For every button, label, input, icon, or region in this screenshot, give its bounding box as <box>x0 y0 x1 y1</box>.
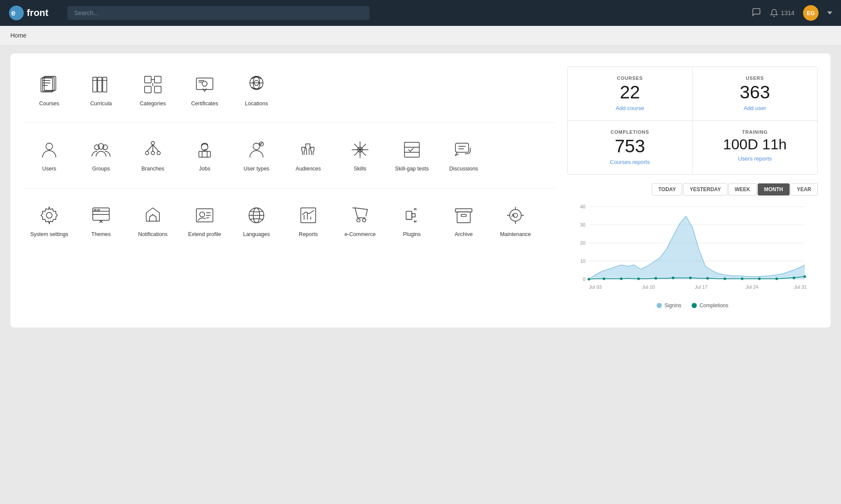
menu-item-notifications[interactable]: Notifications <box>127 197 179 245</box>
reports-label: Reports <box>299 231 318 238</box>
menu-item-system-settings[interactable]: System settings <box>23 197 75 245</box>
time-tabs: TODAY YESTERDAY WEEK MONTH YEAR <box>567 183 818 195</box>
extend-profile-label: Extend profile <box>188 231 221 238</box>
svg-point-35 <box>151 151 155 155</box>
menu-item-courses[interactable]: Courses <box>23 66 75 114</box>
svg-rect-11 <box>145 76 151 83</box>
stats-section: COURSES 22 Add course USERS 363 Add user… <box>567 66 818 315</box>
maintenance-icon: A <box>504 204 527 227</box>
tab-week[interactable]: WEEK <box>728 183 757 195</box>
breadcrumb: Home <box>0 26 841 45</box>
menu-item-groups[interactable]: Groups <box>75 132 127 179</box>
svg-text:Jul 17: Jul 17 <box>695 284 707 290</box>
menu-item-branches[interactable]: Branches <box>127 132 179 179</box>
menu-item-audiences[interactable]: Audiences <box>282 132 334 179</box>
svg-point-75 <box>357 218 360 222</box>
archive-label: Archive <box>455 231 473 238</box>
menu-item-categories[interactable]: Categories <box>127 66 179 114</box>
menu-item-reports[interactable]: Reports <box>282 197 334 245</box>
svg-text:Jul 31: Jul 31 <box>794 284 806 290</box>
svg-point-105 <box>741 277 743 280</box>
system-settings-icon <box>38 204 60 227</box>
menu-item-discussions[interactable]: Discussions <box>438 132 490 179</box>
courses-icon <box>38 73 60 96</box>
add-course-link[interactable]: Add course <box>616 105 644 111</box>
menu-item-users[interactable]: Users <box>23 132 75 179</box>
menu-item-skills[interactable]: Skills <box>334 132 386 179</box>
courses-stat-label: COURSES <box>578 76 682 81</box>
svg-point-40 <box>253 143 259 150</box>
menu-group-2: Users Groups <box>23 132 554 188</box>
skill-gap-tests-label: Skill-gap tests <box>395 165 429 172</box>
svg-rect-58 <box>98 209 99 211</box>
svg-rect-77 <box>406 211 412 219</box>
menu-item-jobs[interactable]: Jobs <box>179 132 231 179</box>
menu-item-archive[interactable]: Archive <box>438 197 490 245</box>
users-reports-link[interactable]: Users reports <box>738 155 771 162</box>
svg-point-106 <box>758 277 761 280</box>
menu-item-skill-gap-tests[interactable]: Skill-gap tests <box>386 132 438 179</box>
menu-item-languages[interactable]: Languages <box>231 197 282 245</box>
menu-item-extend-profile[interactable]: Extend profile <box>179 197 231 245</box>
svg-text:20: 20 <box>580 240 585 246</box>
themes-icon <box>90 204 112 227</box>
stats-grid: COURSES 22 Add course USERS 363 Add user… <box>567 66 818 175</box>
training-stat-label: TRAINING <box>703 129 807 135</box>
svg-point-108 <box>793 277 795 279</box>
menu-item-maintenance[interactable]: A Maintenance <box>490 197 541 245</box>
plugins-icon <box>401 204 423 227</box>
svg-text:40: 40 <box>580 204 585 209</box>
svg-rect-50 <box>455 143 469 152</box>
svg-point-107 <box>775 277 778 280</box>
courses-reports-link[interactable]: Courses reports <box>610 159 650 165</box>
search-input[interactable] <box>67 6 370 20</box>
svg-rect-5 <box>93 77 97 92</box>
main-content: Courses Curricula <box>0 45 841 336</box>
user-avatar[interactable]: EG <box>803 5 819 21</box>
svg-line-32 <box>147 145 153 151</box>
svg-text:Jul 24: Jul 24 <box>746 284 758 290</box>
curricula-label: Curricula <box>90 100 112 107</box>
signins-legend-label: Signins <box>664 302 681 309</box>
chart-container: 40 30 20 10 0 <box>567 202 818 315</box>
tab-year[interactable]: YEAR <box>790 183 818 195</box>
svg-point-99 <box>637 277 640 280</box>
stat-courses: COURSES 22 Add course <box>568 67 692 121</box>
search-container <box>67 6 370 20</box>
svg-text:10: 10 <box>580 258 585 264</box>
svg-rect-69 <box>301 208 316 223</box>
svg-rect-82 <box>461 214 466 217</box>
svg-rect-13 <box>145 86 151 93</box>
svg-rect-7 <box>103 77 107 92</box>
menu-group-1: Courses Curricula <box>23 66 554 123</box>
locations-label: Locations <box>245 100 268 107</box>
svg-point-76 <box>363 218 366 222</box>
plugins-label: Plugins <box>403 231 421 238</box>
svg-point-109 <box>803 275 806 278</box>
menu-item-user-types[interactable]: User types <box>231 132 282 179</box>
menu-item-certificates[interactable]: Certificates <box>179 66 231 114</box>
menu-item-plugins[interactable]: Plugins <box>386 197 438 245</box>
svg-rect-12 <box>155 76 161 83</box>
brand-logo[interactable]: e front <box>9 5 60 21</box>
tab-yesterday[interactable]: YESTERDAY <box>683 183 727 195</box>
svg-text:0: 0 <box>583 277 585 282</box>
menu-item-locations[interactable]: Locations <box>231 66 282 114</box>
courses-stat-value: 22 <box>578 82 682 102</box>
chat-icon-button[interactable] <box>752 7 761 19</box>
svg-point-104 <box>724 277 726 280</box>
tab-today[interactable]: TODAY <box>652 183 683 195</box>
brand-name: front <box>27 7 48 19</box>
svg-line-73 <box>355 208 368 209</box>
menu-item-ecommerce[interactable]: e-Commerce <box>334 197 386 245</box>
tab-month[interactable]: MONTH <box>758 183 790 195</box>
add-user-link[interactable]: Add user <box>743 105 766 111</box>
brand-icon: e <box>9 5 24 21</box>
discussions-label: Discussions <box>449 165 478 172</box>
stat-training: TRAINING 100D 11h Users reports <box>692 121 817 174</box>
menu-item-themes[interactable]: Themes <box>75 197 127 245</box>
notification-bell[interactable]: 1314 <box>770 9 794 17</box>
stat-completions: COMPLETIONS 753 Courses reports <box>568 121 692 174</box>
menu-item-curricula[interactable]: Curricula <box>75 66 127 114</box>
themes-label: Themes <box>91 231 111 238</box>
